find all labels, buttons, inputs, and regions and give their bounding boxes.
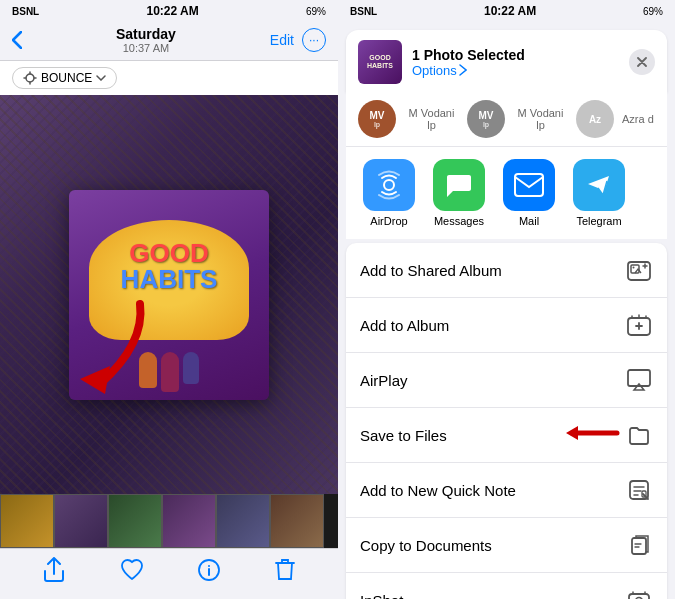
person-avatar-1[interactable]: MVlp — [358, 100, 396, 138]
action-copy-docs[interactable]: Copy to Documents — [346, 518, 667, 573]
mail-label: Mail — [519, 215, 539, 227]
share-close-button[interactable] — [629, 49, 655, 75]
add-album-icon — [625, 311, 653, 339]
share-thumbnail: GOODHABITS — [358, 40, 402, 84]
nav-subtitle: 10:37 AM — [116, 42, 176, 54]
photo-background: GOOD HABITS — [0, 95, 338, 494]
telegram-icon — [573, 159, 625, 211]
action-label-add-album: Add to Album — [360, 317, 449, 334]
shared-album-icon — [625, 256, 653, 284]
delete-button[interactable] — [275, 558, 295, 582]
book-title-line1: GOOD — [121, 240, 218, 266]
action-save-files[interactable]: Save to Files — [346, 408, 667, 463]
filmstrip-thumb-5[interactable] — [216, 494, 270, 548]
filmstrip — [0, 494, 338, 548]
app-telegram[interactable]: Telegram — [564, 159, 634, 227]
left-panel: BSNL 10:22 AM 69% Saturday 10:37 AM Edit… — [0, 0, 338, 599]
telegram-label: Telegram — [576, 215, 621, 227]
nav-title: Saturday — [116, 26, 176, 42]
bounce-label: BOUNCE — [41, 71, 92, 85]
share-count-label: 1 Photo Selected — [412, 47, 619, 63]
action-label-airplay: AirPlay — [360, 372, 408, 389]
airdrop-label: AirDrop — [370, 215, 407, 227]
book-title: GOOD HABITS — [121, 240, 218, 292]
messages-label: Messages — [434, 215, 484, 227]
person-name-1: M Vodani lp — [404, 107, 459, 131]
share-sheet: GOODHABITS 1 Photo Selected Options MVlp — [338, 22, 675, 599]
action-airplay[interactable]: AirPlay — [346, 353, 667, 408]
book-title-line2: HABITS — [121, 266, 218, 292]
time-right: 10:22 AM — [484, 4, 536, 18]
signal-left: BSNL — [12, 6, 39, 17]
filmstrip-thumb-6[interactable] — [270, 494, 324, 548]
bounce-pill[interactable]: BOUNCE — [12, 67, 117, 89]
person-avatar-2[interactable]: MVlp — [467, 100, 505, 138]
airdrop-icon — [363, 159, 415, 211]
bounce-bar: BOUNCE — [0, 61, 338, 95]
battery-left: 69% — [306, 6, 326, 17]
share-options-button[interactable]: Options — [412, 63, 619, 78]
copy-docs-icon — [625, 531, 653, 559]
more-button[interactable]: ··· — [302, 28, 326, 52]
svg-point-8 — [633, 267, 635, 269]
nav-right-buttons: Edit ··· — [270, 28, 326, 52]
filmstrip-thumb-3[interactable] — [108, 494, 162, 548]
status-bar-left: BSNL 10:22 AM 69% — [0, 0, 338, 22]
action-label-quick-note: Add to New Quick Note — [360, 482, 516, 499]
svg-point-3 — [208, 565, 210, 567]
svg-marker-11 — [566, 426, 578, 440]
svg-rect-14 — [632, 538, 646, 554]
svg-rect-5 — [515, 174, 543, 196]
people-row: MVlp M Vodani lp MVlp M Vodani lp Az Azr… — [346, 92, 667, 146]
action-inshot[interactable]: InShot — [346, 573, 667, 599]
share-title-area: 1 Photo Selected Options — [412, 47, 619, 78]
right-panel: BSNL 10:22 AM 69% GOODHABITS 1 Photo Sel… — [338, 0, 675, 599]
action-quick-note[interactable]: Add to New Quick Note — [346, 463, 667, 518]
app-mail[interactable]: Mail — [494, 159, 564, 227]
filmstrip-thumb-1[interactable] — [0, 494, 54, 548]
nav-bar-left: Saturday 10:37 AM Edit ··· — [0, 22, 338, 61]
action-list: Add to Shared Album Add to Album — [346, 243, 667, 599]
action-add-album[interactable]: Add to Album — [346, 298, 667, 353]
quick-note-icon — [625, 476, 653, 504]
person-name-3: Azra d — [622, 113, 654, 125]
person-name-2: M Vodani lp — [513, 107, 568, 131]
edit-button[interactable]: Edit — [270, 32, 294, 48]
svg-marker-1 — [80, 366, 110, 394]
action-label-shared-album: Add to Shared Album — [360, 262, 502, 279]
info-button[interactable] — [198, 559, 220, 581]
filmstrip-thumb-2[interactable] — [54, 494, 108, 548]
inshot-icon — [625, 586, 653, 599]
app-airdrop[interactable]: AirDrop — [354, 159, 424, 227]
share-header: GOODHABITS 1 Photo Selected Options — [346, 30, 667, 92]
filmstrip-thumb-4[interactable] — [162, 494, 216, 548]
action-label-save-files: Save to Files — [360, 427, 447, 444]
mail-icon — [503, 159, 555, 211]
svg-point-0 — [26, 74, 34, 82]
time-left: 10:22 AM — [146, 4, 198, 18]
action-shared-album[interactable]: Add to Shared Album — [346, 243, 667, 298]
signal-right: BSNL — [350, 6, 377, 17]
app-messages[interactable]: Messages — [424, 159, 494, 227]
action-label-copy-docs: Copy to Documents — [360, 537, 492, 554]
photo-main: GOOD HABITS — [0, 95, 338, 494]
battery-right: 69% — [643, 6, 663, 17]
favorite-button[interactable] — [120, 559, 144, 581]
apps-row: AirDrop Messages Mail — [346, 146, 667, 239]
back-button[interactable] — [12, 31, 22, 49]
status-bar-right: BSNL 10:22 AM 69% — [338, 0, 675, 22]
svg-point-4 — [384, 180, 394, 190]
action-label-inshot: InShot — [360, 592, 403, 600]
messages-icon — [433, 159, 485, 211]
share-button[interactable] — [43, 557, 65, 583]
save-files-icon — [625, 421, 653, 449]
airplay-icon — [625, 366, 653, 394]
person-avatar-3[interactable]: Az — [576, 100, 614, 138]
bottom-toolbar — [0, 548, 338, 599]
nav-title-area: Saturday 10:37 AM — [116, 26, 176, 54]
red-arrow-indicator — [562, 418, 622, 452]
